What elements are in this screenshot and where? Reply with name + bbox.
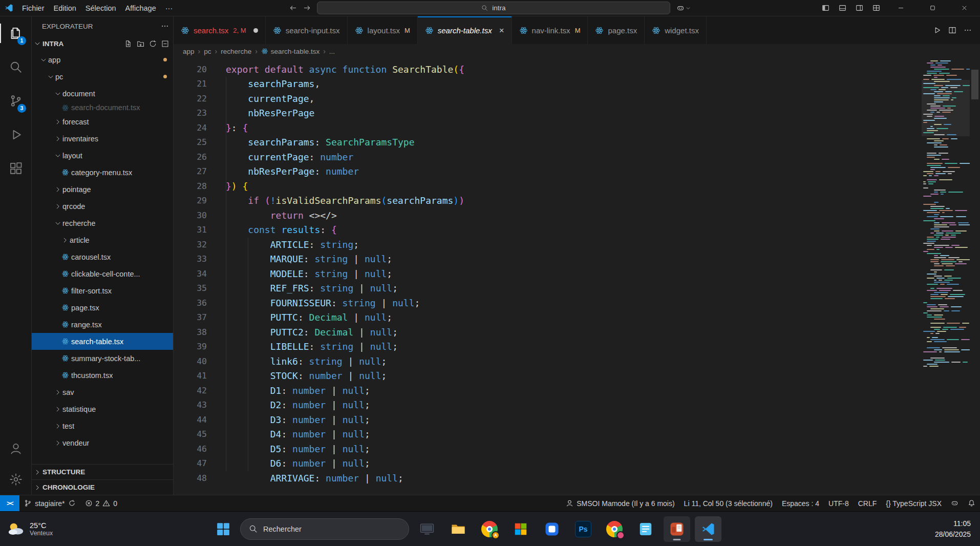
code-text[interactable]: return <></> (226, 208, 922, 223)
breadcrumb-item[interactable]: app (183, 48, 195, 55)
minimize-button[interactable] (885, 0, 917, 16)
maximize-button[interactable] (917, 0, 948, 16)
line-number[interactable]: 22 (174, 92, 226, 107)
code-text[interactable]: PUTTC2: Decimal | null; (226, 325, 922, 340)
tree-item-document[interactable]: document (32, 85, 173, 102)
line-number[interactable]: 32 (174, 238, 226, 253)
code-text[interactable]: FOURNISSEUR: string | null; (226, 296, 922, 311)
taskbar-notepad[interactable] (632, 516, 659, 542)
code-area[interactable]: 19 20 export default async function Sear… (174, 58, 922, 495)
branch-item[interactable]: stagiaire* (19, 495, 80, 511)
code-text[interactable]: D4: number | null; (226, 427, 922, 442)
line-number[interactable]: 33 (174, 252, 226, 267)
taskbar-microsoft-365[interactable] (507, 516, 534, 542)
line-number[interactable]: 45 (174, 427, 226, 442)
tree-item-article[interactable]: article (32, 232, 173, 248)
more-actions-icon[interactable] (161, 22, 169, 30)
tab-search.tsx[interactable]: search.tsx2, M (174, 16, 266, 44)
close-tab-icon[interactable]: × (499, 26, 504, 35)
code-text[interactable]: nbResPerPage: number (226, 164, 922, 179)
taskbar-vscode[interactable] (695, 516, 721, 542)
line-number[interactable]: 26 (174, 150, 226, 165)
line-number[interactable]: 48 (174, 471, 226, 486)
line-number[interactable]: 39 (174, 340, 226, 354)
taskbar-chrome-profile-1[interactable]: A (476, 516, 503, 542)
tab-search-input.tsx[interactable]: search-input.tsx (266, 16, 348, 44)
collapse-all-icon[interactable] (161, 40, 169, 48)
toggle-panel-button[interactable] (834, 0, 851, 16)
code-text[interactable]: D3: number | null; (226, 413, 922, 428)
menu-affichage[interactable]: Affichage (121, 2, 161, 14)
status-cursor-position[interactable]: Li 11, Col 50 (3 sélectionné) (679, 495, 777, 511)
taskbar-search[interactable]: Rechercher (240, 518, 409, 540)
line-number[interactable]: 24 (174, 121, 226, 136)
status-language-mode[interactable]: {} TypeScript JSX (881, 495, 946, 511)
code-text[interactable]: searchParams: SearchParamsType (226, 135, 922, 150)
line-number[interactable]: 27 (174, 164, 226, 179)
code-text[interactable]: if (!isValidSearchParams(searchParams)) (226, 194, 922, 208)
run-icon[interactable] (933, 26, 941, 34)
section-chronologie[interactable]: CHRONOLOGIE (32, 479, 173, 495)
new-folder-icon[interactable] (137, 40, 144, 48)
tree-item-carousel.tsx[interactable]: carousel.tsx (32, 248, 173, 265)
line-number[interactable]: 23 (174, 106, 226, 121)
menu-fichier[interactable]: Fichier (17, 2, 49, 14)
activity-search[interactable] (0, 50, 31, 84)
tab-nav-link.tsx[interactable]: nav-link.tsxM (512, 16, 588, 44)
remote-indicator[interactable]: >< (0, 495, 19, 511)
line-number[interactable]: 44 (174, 413, 226, 428)
line-number[interactable]: 29 (174, 194, 226, 208)
line-number[interactable]: 42 (174, 384, 226, 398)
code-text[interactable]: link6: string | null; (226, 354, 922, 369)
settings-button[interactable] (0, 464, 31, 495)
line-number[interactable]: 36 (174, 296, 226, 311)
weather-widget[interactable]: 25°C Venteux (7, 512, 53, 546)
tree-item-filter-sort.tsx[interactable]: filter-sort.tsx (32, 282, 173, 299)
tree-item-thcustom.tsx[interactable]: thcustom.tsx (32, 367, 173, 384)
tree-item-summary-stock-tab...[interactable]: summary-stock-tab... (32, 350, 173, 367)
code-text[interactable]: D6: number | null; (226, 456, 922, 471)
tree-item-recherche[interactable]: recherche (32, 215, 173, 232)
tree-item-sav[interactable]: sav (32, 384, 173, 401)
tab-widget.tsx[interactable]: widget.tsx (645, 16, 707, 44)
code-text[interactable]: D1: number | null; (226, 384, 922, 398)
code-text[interactable]: const results: { (226, 223, 922, 238)
activity-run-debug[interactable] (0, 118, 31, 152)
code-text[interactable]: D5: number | null; (226, 442, 922, 457)
line-number[interactable]: 31 (174, 223, 226, 238)
code-text[interactable]: currentPage, (226, 92, 922, 107)
tree-item-layout[interactable]: layout (32, 147, 173, 164)
line-number[interactable]: 35 (174, 281, 226, 296)
tab-search-table.tsx[interactable]: search-table.tsx× (418, 16, 512, 44)
taskbar-chrome-profile-2[interactable] (601, 516, 628, 542)
code-text[interactable]: MODELE: string | null; (226, 267, 922, 282)
tree-item-qrcode[interactable]: qrcode (32, 198, 173, 215)
dirty-indicator[interactable] (253, 28, 258, 33)
toggle-secondary-sidebar-button[interactable] (851, 0, 868, 16)
workspace-section[interactable]: INTRA (32, 36, 173, 51)
line-number[interactable]: 40 (174, 354, 226, 369)
line-number[interactable]: 20 (174, 62, 226, 77)
line-number[interactable]: 37 (174, 310, 226, 325)
code-text[interactable]: currentPage: number (226, 150, 922, 165)
tab-layout.tsx[interactable]: layout.tsxM (348, 16, 418, 44)
activity-source-control[interactable]: 3 (0, 84, 31, 118)
status-copilot-status[interactable] (946, 495, 963, 511)
status-notifications[interactable] (963, 495, 980, 511)
back-icon[interactable] (289, 4, 297, 12)
tab-page.tsx[interactable]: page.tsx (588, 16, 645, 44)
status-eol[interactable]: CRLF (854, 495, 882, 511)
scrollbar[interactable] (970, 58, 980, 495)
tree-item-app[interactable]: app (32, 51, 173, 68)
status-git-blame[interactable]: SMSOI Mamode (Il y a 6 mois) (561, 495, 679, 511)
breadcrumb-item[interactable]: search-table.tsx (261, 48, 319, 55)
code-text[interactable]: MARQUE: string | null; (226, 252, 922, 267)
taskbar-file-explorer[interactable] (445, 516, 472, 542)
menu-more[interactable]: ··· (161, 2, 178, 14)
line-number[interactable]: 21 (174, 77, 226, 92)
activity-explorer[interactable]: 1 (0, 16, 31, 50)
status-encoding[interactable]: UTF-8 (824, 495, 854, 511)
code-text[interactable]: PUTTC: Decimal | null; (226, 310, 922, 325)
tree-item-inventaires[interactable]: inventaires (32, 130, 173, 147)
tree-item-page.tsx[interactable]: page.tsx (32, 299, 173, 316)
